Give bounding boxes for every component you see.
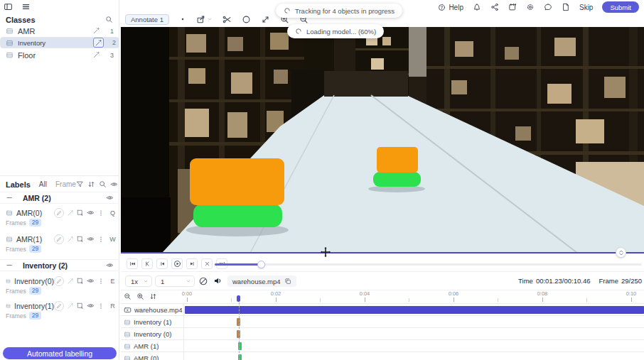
mask-inventory-right[interactable] [377, 147, 418, 173]
class-name: Inventory [18, 39, 93, 47]
share-icon[interactable] [490, 3, 499, 11]
label-group-inventory[interactable]: Inventory (2) [0, 259, 119, 271]
speaker-icon[interactable] [213, 276, 222, 285]
document-icon[interactable] [562, 3, 570, 11]
label-item-amr0[interactable]: AMR(0) Q Frames 29 [0, 206, 119, 229]
eye-icon[interactable] [87, 277, 95, 285]
eye-icon[interactable] [110, 180, 118, 188]
step-select[interactable]: 1 [155, 276, 195, 287]
ellipse-tool-icon[interactable] [242, 15, 251, 24]
prev-frame-button[interactable] [156, 258, 168, 269]
select-region-icon[interactable] [77, 209, 84, 217]
timeline-zoom-in-icon[interactable] [136, 293, 144, 300]
wand-icon[interactable] [93, 38, 104, 48]
video-canvas[interactable] [121, 27, 644, 253]
chat-icon[interactable] [544, 3, 552, 11]
wand-icon[interactable] [91, 26, 102, 36]
next-keyframe-button[interactable] [201, 258, 213, 269]
track-row-video[interactable]: warehouse.mp4 [121, 303, 644, 315]
edit-icon[interactable] [54, 301, 64, 311]
wand-icon[interactable] [67, 236, 74, 243]
tab-all[interactable]: All [39, 180, 47, 188]
label-item-inventory0[interactable]: Inventory(0) E Frames 29 [0, 274, 119, 298]
mask-amr-right[interactable] [373, 172, 421, 187]
wand-icon[interactable] [67, 278, 74, 285]
label-group-amr[interactable]: AMR (2) [0, 192, 119, 204]
copy-icon[interactable] [284, 278, 291, 285]
eye-icon[interactable] [106, 194, 114, 202]
playhead-marker[interactable] [237, 295, 240, 302]
wand-icon[interactable] [67, 209, 74, 217]
collapse-panel-icon[interactable] [4, 2, 13, 11]
eye-icon[interactable] [87, 302, 95, 310]
help-button[interactable]: Help [438, 4, 463, 11]
track-row-inventory0[interactable]: Inventory (0) [121, 327, 644, 339]
mask-amr-left[interactable] [193, 204, 282, 227]
track-row-inventory1[interactable]: Inventory (1) [121, 315, 644, 327]
kebab-menu-icon[interactable] [97, 278, 104, 285]
track-name: warehouse.mp4 [134, 306, 183, 314]
cut-tool-icon[interactable] [222, 15, 232, 24]
class-row-amr[interactable]: AMR 1 [0, 25, 119, 37]
box-tool[interactable] [196, 15, 213, 24]
timeline-zoom-out-icon[interactable] [124, 293, 132, 300]
wand-icon[interactable] [91, 50, 102, 60]
submit-button[interactable]: Submit [602, 1, 639, 13]
label-item-inventory1[interactable]: Inventory(1) R Frames 29 [0, 299, 119, 322]
time-frame-info: Time 00:01.23/00:10.46 Frame 29/250 [518, 277, 642, 285]
collapse-group-icon[interactable] [6, 261, 14, 269]
select-region-icon[interactable] [77, 236, 84, 243]
speed-select[interactable]: 1x [125, 276, 152, 287]
label-item-amr1[interactable]: AMR(1) W Frames 29 [0, 232, 119, 256]
settings-gear-icon[interactable] [526, 3, 535, 11]
collapse-group-icon[interactable] [6, 194, 14, 202]
kebab-menu-icon[interactable] [97, 302, 104, 310]
loop-disabled-icon[interactable] [198, 276, 208, 286]
edit-icon[interactable] [54, 208, 64, 218]
menu-icon[interactable] [21, 2, 31, 11]
panel-resize-divider[interactable] [121, 252, 644, 253]
sort-icon[interactable] [87, 180, 95, 188]
mask-inventory-left[interactable] [190, 158, 284, 205]
class-row-inventory[interactable]: Inventory 2 [0, 37, 119, 48]
edit-icon[interactable] [54, 276, 64, 286]
play-button[interactable] [171, 258, 183, 269]
point-tool-icon[interactable] [179, 16, 186, 23]
kebab-menu-icon[interactable] [97, 236, 104, 243]
panel-drag-handle[interactable] [616, 247, 626, 258]
select-region-icon[interactable] [77, 278, 84, 285]
sidebar-divider [0, 175, 119, 176]
label-name: AMR(0) [16, 209, 54, 217]
tab-frame[interactable]: Frame [55, 180, 76, 188]
seek-slider-thumb[interactable] [257, 261, 265, 268]
video-track-bar[interactable] [185, 306, 644, 314]
class-row-floor[interactable]: Floor 3 [0, 49, 119, 61]
prev-keyframe-button[interactable] [141, 258, 153, 269]
wand-icon[interactable] [67, 302, 74, 310]
expand-tool-icon[interactable] [261, 15, 270, 24]
search-icon[interactable] [105, 16, 113, 23]
ruler-label: 0:04 [355, 290, 374, 297]
skip-to-start-button[interactable] [127, 258, 138, 269]
eye-icon[interactable] [87, 209, 95, 217]
versions-icon[interactable] [508, 3, 517, 11]
seek-slider[interactable] [215, 263, 642, 266]
chevron-down-icon [207, 16, 213, 22]
timeline-sort-icon[interactable] [149, 293, 157, 300]
track-row-amr1[interactable]: AMR (1) [121, 339, 644, 351]
label-icon [6, 209, 13, 217]
select-region-icon[interactable] [77, 302, 84, 310]
eye-icon[interactable] [87, 235, 95, 243]
track-row-amr0[interactable]: AMR (0) [121, 351, 644, 360]
eye-icon[interactable] [106, 261, 114, 269]
filename-chip[interactable]: warehouse.mp4 [227, 276, 296, 287]
bell-icon[interactable] [473, 3, 481, 11]
skip-button[interactable]: Skip [579, 4, 593, 11]
filter-icon[interactable] [76, 180, 84, 188]
automated-labelling-button[interactable]: Automated labelling [3, 347, 117, 359]
annotate-mode-chip[interactable]: Annotate 1 [125, 14, 169, 25]
kebab-menu-icon[interactable] [97, 209, 104, 217]
edit-icon[interactable] [54, 234, 64, 244]
search-icon[interactable] [99, 180, 107, 188]
next-frame-button[interactable] [186, 258, 198, 269]
